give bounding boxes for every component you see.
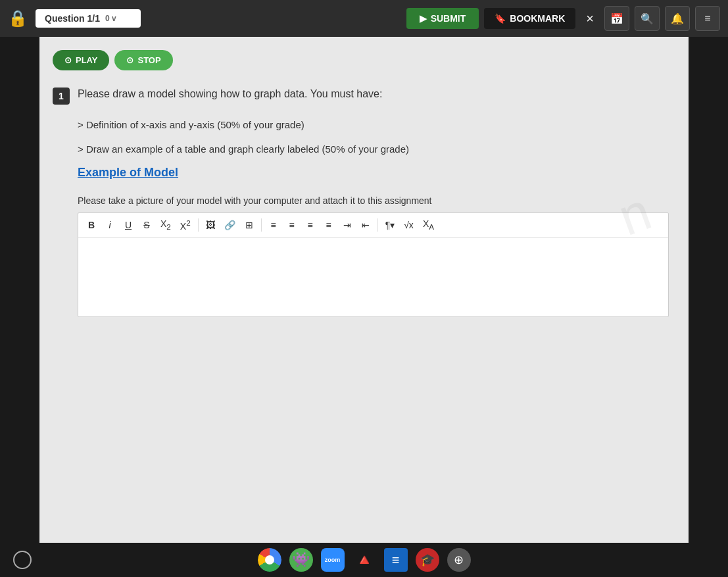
menu-icon: ≡ — [704, 13, 710, 24]
taskbar-zoom[interactable]: zoom — [321, 548, 345, 572]
question-label: Question 1/1 — [45, 13, 100, 24]
image-button[interactable]: 🖼 — [203, 218, 218, 232]
superscript-button[interactable]: X2 — [177, 217, 194, 233]
more-icon: ⊕ — [454, 553, 464, 567]
example-of-model-link[interactable]: Example of Model — [78, 166, 669, 180]
clear-format-button[interactable]: XA — [420, 217, 437, 232]
italic-button[interactable]: i — [102, 218, 118, 232]
stop-icon: ⊙ — [126, 55, 133, 65]
align-left-button[interactable]: ≡ — [266, 218, 281, 232]
submit-icon: ▶ — [420, 13, 427, 24]
nav-indicator: 0 v — [105, 14, 116, 23]
taskbar: 👾 zoom 🔺 ≡ 🎓 ⊕ — [0, 543, 728, 577]
strikethrough-button[interactable]: S — [139, 218, 155, 232]
docs-icon: ≡ — [392, 553, 400, 568]
taskbar-circle-indicator — [13, 551, 32, 569]
toolbar-divider-3 — [377, 218, 378, 232]
play-button[interactable]: ⊙ PLAY — [53, 50, 109, 70]
close-button[interactable]: × — [581, 9, 599, 29]
menu-icon-button[interactable]: ≡ — [695, 6, 720, 31]
monster-icon: 👾 — [292, 551, 310, 568]
align-justify-button[interactable]: ≡ — [321, 218, 337, 232]
bell-icon: 🔔 — [671, 13, 684, 25]
taskbar-docs[interactable]: ≡ — [384, 548, 408, 572]
playback-controls: ⊙ PLAY ⊙ STOP — [53, 50, 669, 70]
align-right-button[interactable]: ≡ — [303, 218, 318, 232]
stop-button[interactable]: ⊙ STOP — [114, 50, 172, 70]
question-number: 1 — [53, 88, 70, 105]
bold-button[interactable]: B — [84, 218, 99, 232]
play-icon: ⊙ — [64, 55, 72, 65]
table-button[interactable]: ⊞ — [241, 218, 257, 232]
toolbar-divider-2 — [261, 218, 262, 232]
question-text: Please draw a model showing how to graph… — [78, 86, 382, 102]
subscript-button[interactable]: X2 — [157, 217, 174, 232]
search-icon-button[interactable]: 🔍 — [635, 6, 660, 31]
submit-button[interactable]: ▶ SUBMIT — [406, 8, 479, 29]
question-block: 1 Please draw a model showing how to gra… — [53, 86, 669, 105]
indent-out-button[interactable]: ⇤ — [358, 218, 374, 232]
requirement-1: > Definition of x-axis and y-axis (50% o… — [78, 118, 669, 133]
taskbar-monster[interactable]: 👾 — [289, 548, 313, 572]
drive-icon: 🔺 — [354, 551, 374, 569]
zoom-icon: zoom — [325, 557, 341, 563]
classroom-icon: 🎓 — [420, 553, 435, 567]
taskbar-more[interactable]: ⊕ — [447, 548, 471, 572]
link-button[interactable]: 🔗 — [221, 218, 239, 232]
bookmark-icon: 🔖 — [495, 13, 506, 24]
editor-toolbar: B i U S X2 X2 🖼 🔗 ⊞ ≡ ≡ ≡ ≡ ⇥ ⇤ ¶▾ √x — [78, 213, 668, 238]
taskbar-classroom[interactable]: 🎓 — [416, 548, 439, 572]
taskbar-chrome[interactable] — [258, 548, 281, 572]
requirement-2: > Draw an example of a table and graph c… — [78, 142, 669, 157]
underline-button[interactable]: U — [120, 218, 136, 232]
taskbar-drive[interactable]: 🔺 — [352, 548, 376, 572]
header-bar: 🔒 Question 1/1 0 v ▶ SUBMIT 🔖 BOOKMARK ×… — [0, 0, 728, 37]
lock-icon: 🔒 — [8, 9, 28, 28]
bookmark-button[interactable]: 🔖 BOOKMARK — [484, 8, 575, 29]
question-nav[interactable]: Question 1/1 0 v — [36, 9, 141, 28]
bell-icon-button[interactable]: 🔔 — [665, 6, 690, 31]
calendar-icon: 📅 — [610, 13, 623, 25]
align-center-button[interactable]: ≡ — [284, 218, 300, 232]
instruction-text: Please take a picture of your model with… — [78, 195, 669, 206]
main-content: ⊙ PLAY ⊙ STOP 1 Please draw a model show… — [39, 37, 689, 543]
editor-body[interactable] — [78, 238, 668, 316]
paragraph-button[interactable]: ¶▾ — [382, 218, 399, 232]
circle-icon — [13, 551, 32, 569]
indent-in-button[interactable]: ⇥ — [339, 218, 355, 232]
formula-button[interactable]: √x — [400, 218, 417, 232]
content-area: > Definition of x-axis and y-axis (50% o… — [53, 118, 669, 317]
toolbar-divider-1 — [198, 218, 199, 232]
search-icon: 🔍 — [641, 13, 654, 25]
rich-text-editor: B i U S X2 X2 🖼 🔗 ⊞ ≡ ≡ ≡ ≡ ⇥ ⇤ ¶▾ √x — [78, 213, 669, 317]
calendar-icon-button[interactable]: 📅 — [604, 6, 629, 31]
